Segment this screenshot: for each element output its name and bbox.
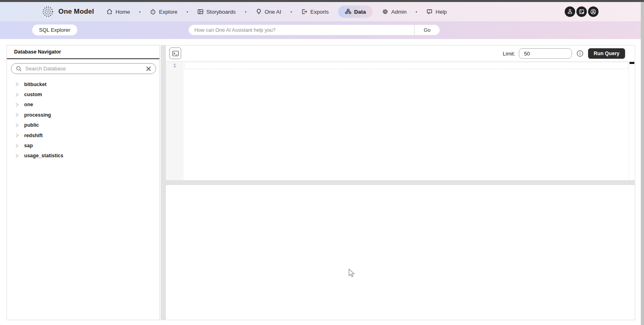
terminal-icon (172, 50, 179, 57)
search-icon (16, 66, 22, 72)
tree-item-sap[interactable]: sap (7, 140, 159, 150)
storyboard-star-icon (578, 8, 585, 15)
close-icon (146, 66, 151, 72)
go-button[interactable]: Go (414, 25, 440, 35)
schema-tree: bitbucket custom one processing public r… (7, 79, 159, 161)
brand: One Model (41, 2, 94, 21)
org-share-button[interactable] (565, 6, 575, 17)
nav-item-explore[interactable]: Explore (149, 6, 178, 18)
top-navbar: One Model Home Explore Storyb (0, 2, 644, 21)
nav-item-label: Exports (310, 9, 329, 15)
editor-body: 1 (166, 62, 635, 180)
limit-input[interactable] (519, 48, 572, 59)
panel-title: Database Navigator (14, 49, 61, 55)
tree-item-bitbucket[interactable]: bitbucket (7, 79, 159, 89)
sql-editor-panel: Limit: Run Query 1 (165, 45, 635, 181)
nav-separator-dot (139, 11, 140, 12)
chevron-right-icon (15, 123, 19, 128)
one-model-logo-icon (41, 5, 55, 19)
storyboards-icon (197, 8, 204, 15)
nav-right-buttons (565, 2, 599, 21)
line-number-gutter: 1 (166, 62, 184, 180)
nav-separator-dot (187, 11, 188, 12)
nav-item-label: Storyboards (206, 9, 236, 15)
tree-item-label: sap (24, 143, 33, 148)
chevron-right-icon (15, 93, 19, 97)
editor-toolbar: Limit: Run Query (166, 45, 635, 62)
nav-item-admin[interactable]: Admin (381, 6, 407, 18)
limit-label: Limit: (503, 51, 515, 57)
chevron-right-icon (15, 154, 19, 158)
query-results-panel (165, 185, 635, 320)
tree-item-label: processing (24, 112, 51, 118)
assistant-input-group: Go (188, 25, 440, 35)
chevron-right-icon (15, 103, 19, 107)
account-button[interactable] (588, 6, 599, 17)
tree-item-label: redshift (24, 133, 43, 138)
admin-gear-icon (382, 8, 388, 15)
nav-separator-dot (291, 11, 292, 12)
one-ai-icon (256, 8, 262, 15)
org-share-icon (567, 8, 573, 15)
query-controls: Limit: Run Query (503, 45, 625, 62)
limit-info-button[interactable] (576, 50, 584, 57)
nav-item-label: Home (116, 9, 130, 15)
tree-item-one[interactable]: one (7, 100, 159, 110)
nav-item-exports[interactable]: Exports (300, 6, 330, 18)
nav-item-storyboards[interactable]: Storyboards (196, 6, 237, 18)
clear-search-button[interactable] (146, 66, 151, 72)
explore-icon (150, 8, 156, 15)
exports-icon (301, 8, 308, 15)
chevron-right-icon (15, 133, 19, 138)
nav-separator-dot (416, 11, 417, 12)
account-icon (590, 8, 597, 15)
tree-item-label: one (24, 102, 33, 107)
storyboard-star-button[interactable] (576, 6, 587, 17)
tree-item-label: usage_statistics (24, 153, 63, 158)
tree-item-label: custom (24, 92, 42, 97)
nav-item-home[interactable]: Home (105, 6, 131, 18)
active-line-highlight (184, 62, 628, 69)
sql-explorer-pill: SQL Explorer (32, 25, 77, 35)
tree-item-usage-statistics[interactable]: usage_statistics (7, 151, 159, 161)
assistant-input[interactable] (189, 25, 414, 35)
data-icon (345, 8, 351, 15)
tree-item-custom[interactable]: custom (7, 89, 159, 99)
nav-item-help[interactable]: ? Help (425, 6, 448, 18)
run-query-button[interactable]: Run Query (588, 48, 625, 59)
chevron-right-icon (15, 82, 19, 86)
home-icon (106, 8, 113, 15)
nav-item-one-ai[interactable]: One AI (255, 6, 282, 18)
sql-explorer-page: One Model Home Explore Storyb (0, 0, 644, 325)
nav-item-label: Admin (391, 9, 407, 15)
sql-code-area[interactable] (184, 62, 629, 180)
tree-item-redshift[interactable]: redshift (7, 130, 159, 140)
nav-item-label: One AI (265, 9, 281, 15)
main-nav: Home Explore Storyboards (105, 2, 448, 21)
tree-item-label: public (24, 122, 39, 128)
tree-item-public[interactable]: public (7, 120, 159, 130)
nav-item-data[interactable]: Data (338, 6, 373, 18)
editor-scrollbar-thumb[interactable] (630, 62, 634, 64)
help-icon: ? (426, 8, 433, 15)
console-button[interactable] (169, 47, 181, 59)
nav-item-label: Data (354, 9, 366, 15)
database-search-input[interactable] (25, 66, 142, 72)
nav-item-label: Help (436, 9, 447, 15)
app-pill-label: SQL Explorer (39, 27, 70, 33)
editor-scrollbar[interactable] (629, 62, 635, 180)
chevron-right-icon (15, 144, 19, 148)
tree-item-processing[interactable]: processing (7, 110, 159, 120)
assistant-bar: SQL Explorer Go (0, 21, 644, 39)
chevron-right-icon (15, 113, 19, 117)
mouse-cursor (349, 269, 356, 278)
database-navigator-panel: Database Navigator bitbucket custom (6, 45, 160, 320)
tree-item-label: bitbucket (24, 82, 47, 87)
info-icon (576, 50, 584, 57)
nav-item-label: Explore (159, 9, 178, 15)
page-scrollbar[interactable] (641, 2, 644, 325)
horizontal-pane-resizer[interactable] (161, 181, 635, 185)
page-scrollbar-thumb[interactable] (641, 2, 644, 325)
brand-name: One Model (58, 8, 94, 16)
line-number: 1 (166, 63, 184, 69)
